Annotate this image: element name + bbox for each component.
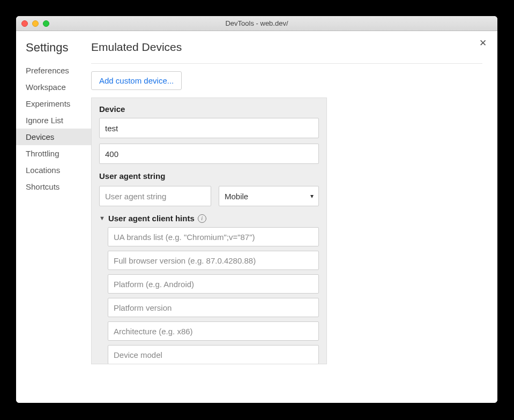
add-custom-device-button[interactable]: Add custom device...	[91, 71, 182, 90]
device-form-panel[interactable]: Device User agent string Mobile	[91, 98, 327, 364]
ua-client-hints-toggle[interactable]: ▼ User agent client hints i	[99, 214, 319, 223]
settings-sidebar: Settings Preferences Workspace Experimen…	[16, 31, 91, 403]
close-window-icon[interactable]	[21, 20, 28, 27]
divider	[91, 63, 482, 64]
ua-type-select[interactable]: Mobile	[219, 186, 319, 206]
ua-brands-input[interactable]	[108, 227, 319, 246]
page-title: Emulated Devices	[91, 41, 482, 54]
ua-section-label: User agent string	[99, 171, 319, 181]
sidebar-item-workspace[interactable]: Workspace	[16, 79, 91, 95]
close-icon[interactable]: ✕	[479, 39, 487, 48]
minimize-window-icon[interactable]	[32, 20, 39, 27]
device-section-label: Device	[99, 104, 319, 114]
sidebar-item-shortcuts[interactable]: Shortcuts	[16, 178, 91, 195]
sidebar-item-locations[interactable]: Locations	[16, 162, 91, 178]
sidebar-item-throttling[interactable]: Throttling	[16, 145, 91, 162]
settings-content: ✕ Settings Preferences Workspace Experim…	[16, 31, 497, 403]
app-window: DevTools - web.dev/ ✕ Settings Preferenc…	[16, 16, 497, 403]
info-icon[interactable]: i	[198, 214, 206, 223]
ua-client-hints-body	[99, 227, 319, 364]
ua-client-hints-label: User agent client hints	[108, 214, 195, 223]
settings-main: Emulated Devices Add custom device... De…	[91, 31, 497, 403]
sidebar-item-preferences[interactable]: Preferences	[16, 62, 91, 79]
sidebar-item-ignore-list[interactable]: Ignore List	[16, 112, 91, 129]
titlebar: DevTools - web.dev/	[16, 16, 497, 31]
device-model-input[interactable]	[108, 345, 319, 364]
sidebar-item-experiments[interactable]: Experiments	[16, 95, 91, 112]
full-browser-version-input[interactable]	[108, 251, 319, 270]
settings-heading: Settings	[26, 41, 91, 55]
sidebar-item-devices[interactable]: Devices	[16, 129, 91, 145]
window-title: DevTools - web.dev/	[16, 19, 497, 27]
architecture-input[interactable]	[108, 321, 319, 341]
user-agent-input[interactable]	[99, 186, 211, 206]
platform-version-input[interactable]	[108, 298, 319, 317]
device-width-input[interactable]	[99, 144, 319, 164]
device-name-input[interactable]	[99, 118, 319, 138]
traffic-lights	[16, 20, 49, 27]
device-height-input[interactable]	[326, 144, 327, 164]
chevron-down-icon: ▼	[99, 215, 105, 221]
platform-input[interactable]	[108, 274, 319, 294]
zoom-window-icon[interactable]	[43, 20, 49, 27]
device-form-panel-wrap: Device User agent string Mobile	[91, 98, 327, 364]
